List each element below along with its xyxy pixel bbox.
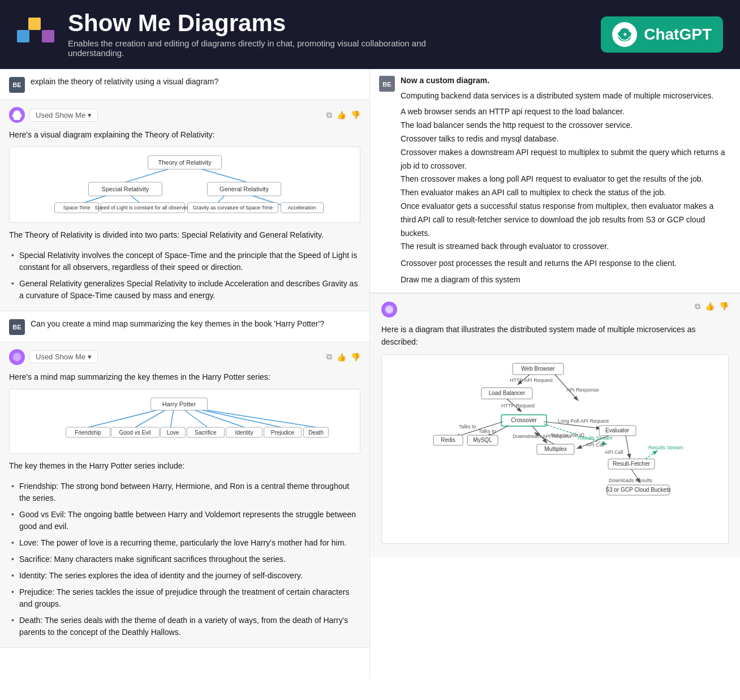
action-icons-1: ⧉ 👍 👎 [326,110,360,120]
svg-text:BE: BE [382,81,391,88]
user-avatar-2: BE [9,319,25,335]
right-assistant-intro: Here is a diagram that illustrates the d… [381,323,729,349]
thumbdown-icon-1[interactable]: 👎 [351,110,360,119]
page-header: Show Me Diagrams Enables the creation an… [0,0,740,69]
svg-text:API Call: API Call [605,449,623,455]
svg-line-31 [195,410,244,427]
svg-line-85 [626,436,630,458]
bullet-item: Special Relativity involves the concept … [9,247,360,276]
user-message-right: BE Now a custom diagram. Computing backe… [370,69,740,293]
user-message-2: BE Can you create a mind map summarizing… [0,311,369,342]
svg-text:Acceleration: Acceleration [288,205,316,211]
svg-text:Identity: Identity [235,430,253,436]
right-column: BE Now a custom diagram. Computing backe… [370,69,740,678]
svg-text:Theory of Relativity: Theory of Relativity [158,159,212,166]
svg-line-32 [203,410,281,427]
assistant-header-2: Used Show Me ▾ ⧉ 👍 👎 [9,349,360,365]
copy-icon-1[interactable]: ⧉ [326,110,332,120]
right-thumbdown-icon[interactable]: 👎 [719,302,729,311]
user-message-1: BE explain the theory of relativity usin… [0,69,369,100]
svg-text:Redis: Redis [441,437,455,443]
svg-text:HTTP Request: HTTP Request [501,403,535,409]
action-icons-2: ⧉ 👍 👎 [326,352,360,362]
svg-line-29 [171,410,174,427]
logo-icon [17,18,57,51]
right-thumbup-icon[interactable]: 👍 [705,302,715,311]
left-column: BE explain the theory of relativity usin… [0,69,370,678]
chatgpt-badge: ✦ ChatGPT [601,16,723,53]
svg-line-6 [126,169,168,182]
svg-text:Special Relativity: Special Relativity [102,186,149,192]
assistant-response-1: Used Show Me ▾ ⧉ 👍 👎 Here's a visual dia… [0,100,369,311]
right-para-2: A web browser sends an HTTP api request … [401,105,731,254]
user-avatar-right: BE [379,76,395,93]
bullet-item: Sacrifice: Many characters make signific… [9,551,360,568]
right-assistant-response: ⧉ 👍 👎 Here is a diagram that illustrates… [370,293,740,557]
svg-text:Long Poll API Request: Long Poll API Request [558,418,609,424]
right-action-icons: ⧉ 👍 👎 [695,302,729,311]
svg-text:Returns Job ID: Returns Job ID [550,432,585,438]
header-left: Show Me Diagrams Enables the creation an… [17,11,464,58]
thumbup-icon-2[interactable]: 👍 [337,353,346,362]
bullet-item: Friendship: The strong bond between Harr… [9,478,360,506]
microservices-diagram: Web Browser HTTP API Request API Respons… [381,354,729,544]
right-assistant-header: ⧉ 👍 👎 [381,302,729,317]
svg-text:Evaluator: Evaluator [605,427,630,433]
svg-text:General Relativity: General Relativity [220,186,269,192]
svg-text:Space-Time: Space-Time [63,205,90,211]
svg-line-30 [185,410,208,427]
svg-line-89 [646,451,657,459]
svg-text:Speed of Light is constant for: Speed of Light is constant for all obser… [94,205,191,211]
svg-text:Multiplex: Multiplex [544,446,566,452]
assistant-body-1: The Theory of Relativity is divided into… [9,229,360,241]
used-show-me-dropdown-2[interactable]: ▾ [88,353,92,361]
right-para-3: Crossover post processes the result and … [401,257,731,269]
main-content: BE explain the theory of relativity usin… [0,69,740,678]
svg-text:API Call: API Call [586,442,605,448]
svg-text:Downloads Results: Downloads Results [609,478,653,483]
right-intro-label: Now a custom diagram. [401,76,731,85]
assistant-bullets-2: Friendship: The strong bond between Harr… [9,478,360,641]
bullet-item: Identity: The series explores the idea o… [9,568,360,584]
user-message-2-text: Can you create a mind map summarizing th… [31,318,324,330]
used-show-me-text-1: Used Show Me [36,111,85,119]
page-subtitle: Enables the creation and editing of diag… [68,38,464,58]
thumbdown-icon-2[interactable]: 👎 [351,353,360,362]
svg-rect-2 [42,30,54,42]
user-message-1-text: explain the theory of relativity using a… [31,76,218,88]
right-para-4: Draw me a diagram of this system [401,273,731,286]
svg-text:Load Balancer: Load Balancer [489,390,526,396]
svg-text:✦: ✦ [622,31,627,38]
assistant-icon-1 [9,107,25,123]
assistant-intro-2: Here's a mind map summarizing the key th… [9,371,360,383]
used-show-me-dropdown-1[interactable]: ▾ [88,111,92,119]
assistant-header-1: Used Show Me ▾ ⧉ 👍 👎 [9,107,360,123]
assistant-icon-2 [9,349,25,365]
svg-text:MySQL: MySQL [473,437,492,443]
right-copy-icon[interactable]: ⧉ [695,302,700,311]
svg-line-33 [208,410,316,427]
svg-text:Friendship: Friendship [75,430,101,436]
svg-text:API Response: API Response [566,387,599,393]
bullet-item: General Relativity generalizes Special R… [9,276,360,304]
used-show-me-badge-2[interactable]: Used Show Me ▾ [29,350,98,363]
bullet-item: Good vs Evil: The ongoing battle between… [9,506,360,535]
svg-text:Talks to: Talks to [459,424,476,430]
svg-text:Crossover: Crossover [511,417,537,423]
svg-text:Death: Death [308,430,324,436]
svg-text:Prejudice: Prejudice [271,430,295,436]
used-show-me-badge-1[interactable]: Used Show Me ▾ [29,109,98,122]
copy-icon-2[interactable]: ⧉ [326,352,332,362]
header-text-block: Show Me Diagrams Enables the creation an… [68,11,464,58]
svg-text:Result-Fetcher: Result-Fetcher [613,461,650,467]
assistant-bullets-1: Special Relativity involves the concept … [9,247,360,304]
assistant-intro-1: Here's a visual diagram explaining the T… [9,128,360,141]
used-show-me-text-2: Used Show Me [36,353,85,361]
svg-text:Web Browser: Web Browser [521,366,556,372]
svg-text:Sacrifice: Sacrifice [195,430,217,436]
thumbup-icon-1[interactable]: 👍 [337,110,346,119]
bullet-item: Prejudice: The series tackles the issue … [9,584,360,612]
bullet-item: Death: The series deals with the theme o… [9,612,360,641]
relativity-diagram: Theory of Relativity Special Relativity … [9,147,360,223]
svg-text:Talks to: Talks to [479,428,496,434]
